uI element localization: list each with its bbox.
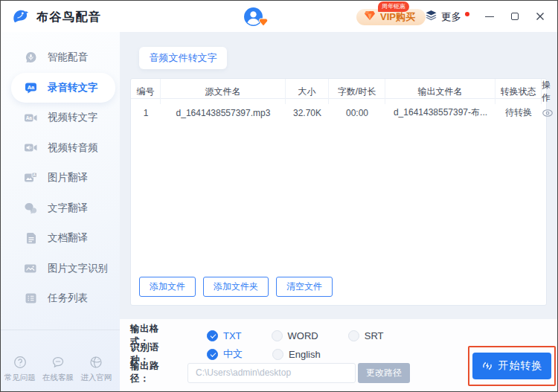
language-option-english[interactable]: English — [272, 349, 321, 360]
app-brand: 布谷鸟配音 — [10, 6, 102, 28]
output-path-row: 输出路径： 更改路径 — [130, 360, 410, 385]
radio-unchecked-icon — [272, 349, 283, 360]
sidebar-footer: 常见问题 在线客服 进入官网 — [1, 356, 115, 383]
title-bar: 布谷鸟配音 周年钜惠 VIP购买 更多 — [1, 1, 557, 32]
format-option-txt[interactable]: TXT — [207, 330, 242, 341]
more-menu-button[interactable]: 更多 — [425, 10, 469, 25]
output-path-label: 输出路径： — [130, 360, 177, 385]
avatar-vip-badge-icon — [258, 16, 269, 30]
sidebar-item-doc-translate[interactable]: 文档翻译 — [1, 223, 120, 254]
faq-label: 常见问题 — [4, 373, 36, 383]
sidebar-item-smart-dubbing[interactable]: 智能配音 — [1, 42, 120, 73]
row-actions — [542, 99, 558, 126]
radio-checked-icon — [207, 349, 218, 360]
tab-audio-file-to-text[interactable]: 音频文件转文字 — [139, 47, 227, 69]
sidebar-item-label: 智能配音 — [48, 51, 88, 64]
svg-text:A: A — [33, 173, 36, 177]
add-folder-button[interactable]: 添加文件夹 — [203, 277, 269, 297]
sidebar: 智能配音 Aa 录音转文字 Aa 视频转文字 视频转音频 — [1, 32, 120, 391]
start-conversion-button[interactable]: 开始转换 — [472, 353, 551, 379]
app-logo-bird-icon — [10, 6, 30, 28]
more-label: 更多 — [441, 10, 461, 24]
faq-button[interactable]: 常见问题 — [4, 356, 36, 383]
minimize-icon — [485, 16, 494, 17]
image-ocr-icon — [23, 263, 38, 274]
output-path-input[interactable] — [187, 363, 356, 383]
table-row[interactable]: 1 d_1641438557397.mp3 32.70K 00:00 d_164… — [131, 99, 546, 126]
close-icon — [536, 12, 545, 21]
file-table-panel: 编号 源文件名 大小 字数/时长 输出文件名 转换状态 操作 1 d_16414… — [130, 78, 547, 306]
user-avatar[interactable] — [243, 7, 266, 29]
convert-bolt-icon — [481, 360, 493, 372]
file-buttons-row: 添加文件 添加文件夹 清空文件 — [139, 277, 546, 297]
radio-unchecked-icon — [348, 330, 359, 341]
tab-label: 音频文件转文字 — [150, 51, 217, 65]
table-header-row: 编号 源文件名 大小 字数/时长 输出文件名 转换状态 操作 — [131, 79, 546, 99]
globe-icon — [89, 356, 103, 369]
sidebar-item-text-translate[interactable]: 文字翻译 — [1, 193, 120, 224]
radio-checked-icon — [207, 330, 218, 341]
sidebar-item-image-translate[interactable]: A 图片翻译 — [1, 163, 120, 193]
video-to-audio-icon — [23, 142, 38, 153]
row-status: 待转换 — [496, 99, 542, 126]
table-empty-space — [131, 126, 546, 277]
sidebar-item-label: 图片翻译 — [48, 171, 88, 184]
audio-to-text-icon: Aa — [23, 82, 38, 94]
online-support-button[interactable]: 在线客服 — [42, 356, 74, 383]
preview-eye-icon[interactable] — [542, 107, 554, 119]
online-support-label: 在线客服 — [42, 373, 74, 383]
annotation-highlight-box: 开始转换 — [468, 346, 556, 386]
row-source-name: d_1641438557397.mp3 — [161, 99, 286, 126]
sidebar-footer-divider — [1, 330, 120, 330]
radio-unchecked-icon — [272, 330, 283, 341]
app-title: 布谷鸟配音 — [36, 10, 102, 25]
language-option-chinese[interactable]: 中文 — [207, 347, 243, 361]
change-path-button[interactable]: 更改路径 — [358, 363, 410, 383]
sidebar-item-task-list[interactable]: 任务列表 — [1, 283, 120, 314]
text-translate-icon — [23, 202, 38, 214]
format-option-word[interactable]: WORD — [272, 330, 318, 341]
add-file-button[interactable]: 添加文件 — [139, 277, 196, 297]
format-option-srt[interactable]: SRT — [348, 330, 384, 341]
mic-bubble-icon — [23, 51, 38, 63]
official-site-button[interactable]: 进入官网 — [80, 356, 112, 383]
official-site-label: 进入官网 — [80, 373, 112, 383]
maximize-icon — [511, 13, 519, 20]
sidebar-item-label: 录音转文字 — [48, 81, 98, 94]
vip-buy-label: VIP购买 — [380, 10, 415, 24]
svg-text:Aa: Aa — [27, 84, 34, 91]
doc-translate-icon — [23, 232, 38, 244]
close-button[interactable] — [533, 10, 547, 23]
row-no: 1 — [131, 99, 161, 126]
sidebar-item-video-to-text[interactable]: Aa 视频转文字 — [1, 103, 120, 133]
sidebar-item-audio-to-text[interactable]: Aa 录音转文字 — [11, 73, 115, 103]
image-translate-icon: A — [23, 172, 38, 184]
row-size: 32.70K — [286, 99, 329, 126]
notification-dot — [465, 12, 469, 16]
question-icon — [13, 356, 27, 369]
task-list-icon — [23, 292, 38, 304]
vip-gem-icon — [364, 10, 376, 24]
sidebar-item-label: 视频转文字 — [48, 111, 98, 124]
sidebar-item-label: 图片文字识别 — [48, 262, 108, 275]
sidebar-item-label: 视频转音频 — [48, 141, 98, 155]
vip-promo-badge: 周年钜惠 — [378, 1, 409, 12]
app-window: 布谷鸟配音 周年钜惠 VIP购买 更多 — [0, 0, 558, 392]
main-area: 音频文件转文字 编号 源文件名 大小 字数/时长 输出文件名 转换状态 操作 1… — [120, 32, 557, 391]
sidebar-item-video-to-audio[interactable]: 视频转音频 — [1, 133, 120, 164]
maximize-button[interactable] — [508, 10, 522, 23]
clear-files-button[interactable]: 清空文件 — [276, 277, 333, 297]
row-words-duration: 00:00 — [329, 99, 385, 126]
sidebar-item-image-ocr[interactable]: 图片文字识别 — [1, 254, 120, 284]
svg-text:Aa: Aa — [26, 115, 33, 121]
start-conversion-label: 开始转换 — [498, 359, 543, 373]
video-to-text-icon: Aa — [23, 112, 38, 123]
sidebar-item-label: 任务列表 — [48, 292, 88, 305]
row-output-name: d_1641438557397-布... — [385, 99, 496, 126]
support-icon — [51, 356, 65, 369]
minimize-button[interactable] — [483, 10, 496, 23]
sidebar-item-label: 文档翻译 — [48, 231, 88, 245]
layers-icon — [425, 10, 437, 25]
sidebar-item-label: 文字翻译 — [48, 202, 88, 215]
